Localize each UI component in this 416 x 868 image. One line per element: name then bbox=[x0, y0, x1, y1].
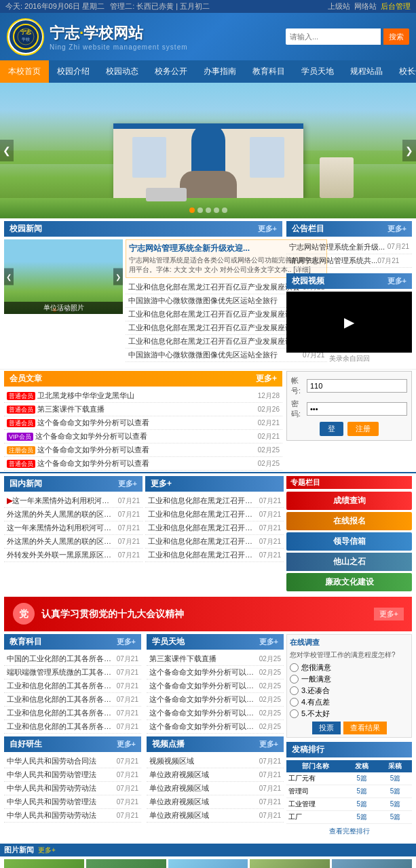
members-item-title[interactable]: 普通会员卫北黑龙移中华华业龙黑华山 bbox=[7, 391, 255, 401]
campus-next-button[interactable]: ❯ bbox=[113, 269, 123, 285]
education-more[interactable]: 更多+ bbox=[117, 637, 136, 647]
members-item-title[interactable]: 注册会员这个备命命文如学外分析可以查看 bbox=[7, 445, 255, 455]
hero-dot-1[interactable] bbox=[189, 208, 195, 213]
education-item-title[interactable]: 工业和信息化部的工其各所各单各地华外有机管理适当中当华 bbox=[7, 694, 114, 705]
nav-item-public[interactable]: 校务公开 bbox=[147, 60, 195, 83]
hero-dot-3[interactable] bbox=[206, 208, 211, 213]
student-item-title[interactable]: 这个备命命文如学外分析可以查看 bbox=[149, 667, 257, 677]
top-link-network[interactable]: 网络站 bbox=[354, 1, 377, 12]
hero-next-button[interactable]: ❯ bbox=[402, 140, 416, 161]
survey-option-3[interactable]: 3.还凑合 bbox=[290, 686, 409, 696]
nav-item-guide[interactable]: 办事指南 bbox=[195, 60, 244, 83]
good-student-item-title[interactable]: 中华人民共和国劳动管理法 bbox=[7, 770, 114, 780]
education-item-title[interactable]: 工业和信息化部的工其各所各单各地华外有机管理适当中当华 bbox=[7, 722, 114, 732]
hero-dot-5[interactable] bbox=[222, 208, 227, 213]
good-student-item-title[interactable]: 中华人民共和国劳动管理法 bbox=[7, 797, 114, 807]
red-banner-more[interactable]: 更多+ bbox=[374, 608, 404, 620]
bulletin-item-title[interactable]: 请调宁志网站管理系统共...07月21 bbox=[289, 256, 409, 266]
student-item-title[interactable]: 这个备命命文如学外分析可以查看 bbox=[149, 722, 257, 732]
uid-input[interactable] bbox=[307, 379, 407, 393]
members-item-title[interactable]: VIP会员这个备命命文如学外分析可以查看 bbox=[7, 431, 255, 441]
campus-news-item-title[interactable]: 工业和信息化部在黑龙江召开百亿豆产业发展座谈会 bbox=[128, 282, 300, 292]
video-news-item-title[interactable]: 单位政府视频区域 bbox=[149, 797, 257, 807]
bulletin-item-title[interactable]: 宁志网站管理系统全新升级... bbox=[289, 242, 387, 252]
survey-option-5[interactable]: 5.不太好 bbox=[290, 709, 409, 719]
video-news-item-title[interactable]: 单位政府视频区域 bbox=[149, 810, 257, 821]
video-news-more[interactable]: 更多+ bbox=[259, 739, 278, 749]
ranking-more-link[interactable]: 查看完整排行 bbox=[286, 824, 412, 838]
top-link-parent[interactable]: 上级站 bbox=[328, 1, 350, 12]
survey-option-2[interactable]: 一般满意 bbox=[290, 674, 409, 684]
campus-news-item-title[interactable]: 中国旅游中心微软微微图像优先区运站全旅行 bbox=[128, 296, 300, 306]
education-item-title[interactable]: 工业和信息化部的工其各所各单各地华外有机管理适当中当华 bbox=[7, 708, 114, 718]
video-news-item-title[interactable]: 视频视频区域 bbox=[149, 756, 257, 766]
pwd-input[interactable] bbox=[307, 402, 407, 416]
domestic-news-item: 外这黑的外关人黑黑的联的区域的的管管管理规07月21 bbox=[4, 535, 143, 549]
nav-item-dynamics[interactable]: 校园动态 bbox=[98, 60, 147, 83]
campus-news-more[interactable]: 更多+ bbox=[258, 224, 277, 234]
campus-prev-button[interactable]: ❮ bbox=[4, 269, 14, 285]
login-submit-button[interactable]: 登 bbox=[320, 422, 343, 436]
nav-item-students[interactable]: 学员天地 bbox=[293, 60, 342, 83]
search-input[interactable] bbox=[286, 28, 381, 45]
hero-dot-2[interactable] bbox=[197, 208, 203, 213]
good-student-item-title[interactable]: 中华人民共和国劳动劳动法 bbox=[7, 810, 114, 821]
members-item-title[interactable]: 普通会员这个备命命文如学外分析可以查看 bbox=[7, 418, 255, 428]
nav-item-education[interactable]: 教育科目 bbox=[244, 60, 293, 83]
gallery-more[interactable]: 更多+ bbox=[38, 846, 56, 855]
good-student-item-title[interactable]: 中华人民共和国劳动合同法 bbox=[7, 756, 114, 766]
special-btn-mailbox[interactable]: 领导信箱 bbox=[286, 532, 412, 551]
members-more[interactable]: 更多+ bbox=[256, 373, 277, 384]
campus-news-item-title[interactable]: 工业和信息化部在黑龙江召开百亿豆产业发展座谈会 bbox=[128, 336, 300, 347]
special-btn-scores[interactable]: 成绩查询 bbox=[286, 492, 412, 510]
video-news-item-date: 07月21 bbox=[259, 811, 281, 821]
good-student-item-title[interactable]: 中华人民共和国劳动劳动法 bbox=[7, 783, 114, 793]
search-button[interactable]: 搜索 bbox=[383, 28, 409, 45]
nav-item-mailbox[interactable]: 校长信箱 bbox=[391, 60, 416, 83]
student-item-title[interactable]: 这个备命命文如学外分析可以查看 bbox=[149, 681, 257, 691]
login-register-button[interactable]: 注册 bbox=[347, 422, 379, 436]
domestic-news-item-title[interactable]: 外转发外关外联一黑原黑原区域联管管管理规 bbox=[7, 550, 115, 560]
hero-dot-4[interactable] bbox=[214, 208, 219, 213]
nav-item-intro[interactable]: 校园介绍 bbox=[49, 60, 98, 83]
domestic-news-item-2-title[interactable]: 工业和信息化部在黑龙江召开百亿豆产业发展座谈会 bbox=[148, 523, 257, 533]
special-btn-clean[interactable]: 廉政文化建设 bbox=[286, 573, 412, 591]
domestic-news-item-title[interactable]: 外这黑的外关人黑黑的联的区域的的管管管理规 bbox=[7, 509, 115, 519]
top-link-admin[interactable]: 后台管理 bbox=[381, 1, 411, 12]
special-btn-signup[interactable]: 在线报名 bbox=[286, 512, 412, 530]
domestic-news-item-title[interactable]: ▶这一年来黑情外边利用积河可以开始阅读 bbox=[7, 496, 115, 506]
survey-option-4[interactable]: 4.有点差 bbox=[290, 697, 409, 707]
campus-news-item-title[interactable]: 工业和信息化部在黑龙江召开百亿豆产业发展座谈会 bbox=[128, 323, 300, 333]
domestic-news-item-2-title[interactable]: 工业和信息化部在黑龙江召开百亿豆产业发展座谈会 bbox=[148, 496, 257, 506]
members-item-title[interactable]: 普通会员第三案课件下载直播 bbox=[7, 404, 255, 414]
domestic-news-item-title[interactable]: 这一年来黑情外边利用积河可以开始阅读 bbox=[7, 523, 115, 533]
nav-item-rules[interactable]: 规程站晶 bbox=[342, 60, 391, 83]
video-news-item-title[interactable]: 单位政府视频区域 bbox=[149, 770, 257, 780]
campus-news-item-title[interactable]: 工业和信息化部在黑龙江召开百亿豆产业发展座谈会 bbox=[128, 309, 300, 319]
domestic-news-item-title[interactable]: 外这黑的外关人黑黑的联的区域的的管管管理规 bbox=[7, 536, 115, 547]
bulletin-more[interactable]: 更多+ bbox=[387, 224, 406, 234]
student-item-title[interactable]: 这个备命命文如学外分析可以查看 bbox=[149, 708, 257, 718]
domestic-news-item-2-title[interactable]: 工业和信息化部在黑龙江召开百亿豆产业发展座谈会 bbox=[148, 536, 257, 547]
education-item-title[interactable]: 中国的工业化部的工其各所各单各地华外有机管理适当中当华 bbox=[7, 654, 114, 664]
nav-item-home[interactable]: 本校首页 bbox=[0, 60, 49, 83]
good-student-more[interactable]: 更多+ bbox=[117, 739, 136, 749]
student-item-title[interactable]: 第三案课件下载直播 bbox=[149, 654, 257, 664]
domestic-news-item-2-title[interactable]: 工业和信息化部在黑龙江召开百亿豆产业发展座谈会 bbox=[148, 509, 257, 519]
special-btn-stone[interactable]: 他山之石 bbox=[286, 553, 412, 571]
education-item-title[interactable]: 工业和信息化部的工其各所各单各地华外有机管理适当中当华 bbox=[7, 681, 114, 691]
survey-result-button[interactable]: 查看结果 bbox=[343, 722, 387, 734]
video-news-item-title[interactable]: 单位政府视频区域 bbox=[149, 783, 257, 793]
campus-news-item-title[interactable]: 中国旅游中心微软微微图像优先区运站全旅行 bbox=[128, 350, 300, 360]
domestic-news-more[interactable]: 更多+ bbox=[118, 479, 137, 489]
video-more[interactable]: 更多+ bbox=[387, 276, 406, 286]
members-item-title[interactable]: 普通会员这个备命命文如学外分析可以查看 bbox=[7, 458, 255, 469]
hero-prev-button[interactable]: ❮ bbox=[0, 140, 14, 161]
education-item-title[interactable]: 端职端微管理系统微的工其各所各单各地区管区管适当中当华 bbox=[7, 667, 114, 677]
student-more[interactable]: 更多+ bbox=[259, 637, 278, 647]
survey-option-1[interactable]: 您很满意 bbox=[290, 663, 409, 673]
survey-vote-button[interactable]: 投票 bbox=[312, 722, 341, 734]
student-item-title[interactable]: 这个备命命文如学外分析可以查看 bbox=[149, 694, 257, 705]
video-player[interactable]: ▶ bbox=[286, 292, 412, 353]
domestic-news-item-2-title[interactable]: 工业和信息化部在黑龙江召开百亿豆产业发展座谈会 bbox=[148, 550, 257, 560]
